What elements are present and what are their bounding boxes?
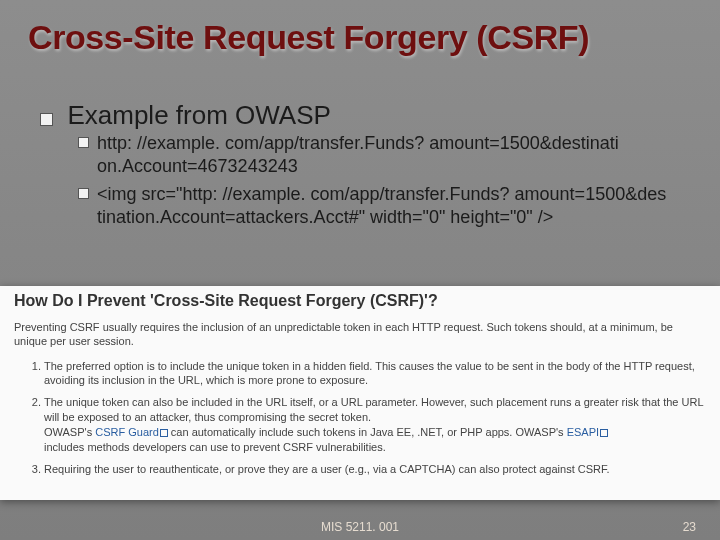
footer-course-code: MIS 5211. 001 — [0, 520, 720, 534]
page-number: 23 — [683, 520, 696, 534]
quote-panel: How Do I Prevent 'Cross-Site Request For… — [0, 286, 720, 500]
csrf-guard-link[interactable]: CSRF Guard — [95, 426, 159, 438]
square-bullet-icon — [40, 113, 53, 126]
panel-item2a: The unique token can also be included in… — [44, 396, 703, 423]
panel-item2b-mid: can automatically include such tokens in… — [168, 426, 567, 438]
example-heading: Example from OWASP — [67, 100, 330, 130]
slide-title: Cross-Site Request Forgery (CSRF) — [28, 18, 589, 57]
panel-item2b-prefix: OWASP's — [44, 426, 95, 438]
panel-list-item-2: The unique token can also be included in… — [44, 395, 706, 454]
panel-lead-text: Preventing CSRF usually requires the inc… — [14, 320, 706, 349]
sub-bullet-list: http: //example. com/app/transfer.Funds?… — [78, 132, 696, 234]
square-bullet-icon — [78, 188, 89, 199]
panel-title: How Do I Prevent 'Cross-Site Request For… — [14, 292, 706, 310]
sub-bullet-1-text: http: //example. com/app/transfer.Funds?… — [97, 132, 696, 177]
panel-list-item-1: The preferred option is to include the u… — [44, 359, 706, 389]
external-link-icon — [160, 429, 168, 437]
bullet-level1: Example from OWASP — [40, 100, 331, 131]
esapi-link[interactable]: ESAPI — [567, 426, 599, 438]
panel-list-item-3: Requiring the user to reauthenticate, or… — [44, 462, 706, 477]
sub-bullet-1: http: //example. com/app/transfer.Funds?… — [78, 132, 696, 177]
panel-item2b-suffix: includes methods developers can use to p… — [44, 441, 386, 453]
external-link-icon — [600, 429, 608, 437]
panel-ordered-list: The preferred option is to include the u… — [14, 359, 706, 477]
square-bullet-icon — [78, 137, 89, 148]
sub-bullet-2: <img src="http: //example. com/app/trans… — [78, 183, 696, 228]
sub-bullet-2-text: <img src="http: //example. com/app/trans… — [97, 183, 696, 228]
slide: Cross-Site Request Forgery (CSRF) Exampl… — [0, 0, 720, 540]
